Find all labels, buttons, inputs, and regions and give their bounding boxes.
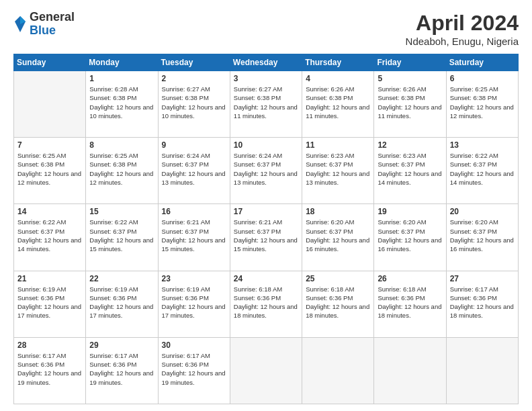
day-info: Sunrise: 6:20 AMSunset: 6:37 PMDaylight:… — [306, 218, 370, 253]
logo-text: General Blue — [30, 11, 75, 38]
calendar-cell: 13Sunrise: 6:22 AMSunset: 6:37 PMDayligh… — [446, 138, 518, 204]
calendar-table: SundayMondayTuesdayWednesdayThursdayFrid… — [13, 54, 519, 404]
day-info: Sunrise: 6:27 AMSunset: 6:38 PMDaylight:… — [234, 85, 298, 120]
calendar-cell: 22Sunrise: 6:19 AMSunset: 6:36 PMDayligh… — [86, 271, 158, 337]
day-info: Sunrise: 6:26 AMSunset: 6:38 PMDaylight:… — [306, 85, 370, 120]
calendar-week-row: 21Sunrise: 6:19 AMSunset: 6:36 PMDayligh… — [14, 271, 519, 337]
day-number: 24 — [234, 274, 298, 283]
logo-icon — [13, 15, 27, 34]
calendar-cell: 10Sunrise: 6:24 AMSunset: 6:37 PMDayligh… — [230, 138, 302, 204]
day-number: 22 — [89, 274, 154, 283]
day-info: Sunrise: 6:21 AMSunset: 6:37 PMDaylight:… — [234, 218, 298, 253]
day-number: 9 — [162, 140, 226, 150]
day-info: Sunrise: 6:23 AMSunset: 6:37 PMDaylight:… — [378, 151, 442, 187]
day-number: 3 — [234, 74, 298, 83]
day-info: Sunrise: 6:25 AMSunset: 6:38 PMDaylight:… — [450, 85, 515, 120]
calendar-cell — [230, 337, 302, 404]
day-info: Sunrise: 6:26 AMSunset: 6:38 PMDaylight:… — [378, 85, 442, 120]
calendar-cell: 17Sunrise: 6:21 AMSunset: 6:37 PMDayligh… — [230, 204, 302, 271]
day-info: Sunrise: 6:25 AMSunset: 6:38 PMDaylight:… — [89, 151, 154, 187]
day-number: 18 — [306, 207, 370, 216]
calendar-cell: 16Sunrise: 6:21 AMSunset: 6:37 PMDayligh… — [158, 204, 230, 271]
calendar-cell: 8Sunrise: 6:25 AMSunset: 6:38 PMDaylight… — [86, 138, 158, 204]
calendar-cell: 26Sunrise: 6:18 AMSunset: 6:36 PMDayligh… — [374, 271, 446, 337]
calendar-cell: 1Sunrise: 6:28 AMSunset: 6:38 PMDaylight… — [86, 71, 158, 138]
header: General Blue April 2024 Ndeaboh, Enugu, … — [13, 11, 519, 47]
calendar-cell — [14, 71, 86, 138]
calendar-cell: 6Sunrise: 6:25 AMSunset: 6:38 PMDaylight… — [446, 71, 518, 138]
day-info: Sunrise: 6:23 AMSunset: 6:37 PMDaylight:… — [306, 151, 370, 187]
calendar-cell: 14Sunrise: 6:22 AMSunset: 6:37 PMDayligh… — [14, 204, 86, 271]
day-info: Sunrise: 6:25 AMSunset: 6:38 PMDaylight:… — [17, 151, 82, 187]
day-info: Sunrise: 6:19 AMSunset: 6:36 PMDaylight:… — [89, 285, 154, 320]
day-number: 8 — [89, 140, 154, 150]
calendar-cell: 12Sunrise: 6:23 AMSunset: 6:37 PMDayligh… — [374, 138, 446, 204]
location: Ndeaboh, Enugu, Nigeria — [406, 36, 519, 47]
day-number: 14 — [17, 207, 82, 216]
calendar-cell: 19Sunrise: 6:20 AMSunset: 6:37 PMDayligh… — [374, 204, 446, 271]
day-number: 2 — [162, 74, 226, 83]
day-number: 26 — [378, 274, 442, 283]
calendar-week-row: 7Sunrise: 6:25 AMSunset: 6:38 PMDaylight… — [14, 138, 519, 204]
calendar-week-row: 14Sunrise: 6:22 AMSunset: 6:37 PMDayligh… — [14, 204, 519, 271]
day-number: 17 — [234, 207, 298, 216]
calendar-cell: 28Sunrise: 6:17 AMSunset: 6:36 PMDayligh… — [14, 337, 86, 404]
day-info: Sunrise: 6:18 AMSunset: 6:36 PMDaylight:… — [378, 285, 442, 320]
calendar-cell: 29Sunrise: 6:17 AMSunset: 6:36 PMDayligh… — [86, 337, 158, 404]
day-info: Sunrise: 6:22 AMSunset: 6:37 PMDaylight:… — [450, 151, 515, 187]
calendar-cell: 27Sunrise: 6:17 AMSunset: 6:36 PMDayligh… — [446, 271, 518, 337]
day-info: Sunrise: 6:19 AMSunset: 6:36 PMDaylight:… — [162, 285, 226, 320]
day-number: 30 — [162, 340, 226, 350]
calendar-cell — [302, 337, 374, 404]
calendar-header-friday: Friday — [374, 54, 446, 71]
day-info: Sunrise: 6:20 AMSunset: 6:37 PMDaylight:… — [450, 218, 515, 253]
calendar-cell: 7Sunrise: 6:25 AMSunset: 6:38 PMDaylight… — [14, 138, 86, 204]
day-number: 27 — [450, 274, 515, 283]
day-info: Sunrise: 6:28 AMSunset: 6:38 PMDaylight:… — [89, 85, 154, 120]
day-number: 6 — [450, 74, 515, 83]
calendar-cell: 15Sunrise: 6:22 AMSunset: 6:37 PMDayligh… — [86, 204, 158, 271]
day-number: 21 — [17, 274, 82, 283]
calendar-cell: 2Sunrise: 6:27 AMSunset: 6:38 PMDaylight… — [158, 71, 230, 138]
day-number: 28 — [17, 340, 82, 350]
logo: General Blue — [13, 11, 75, 38]
calendar-header-row: SundayMondayTuesdayWednesdayThursdayFrid… — [14, 54, 519, 71]
day-number: 5 — [378, 74, 442, 83]
day-info: Sunrise: 6:21 AMSunset: 6:37 PMDaylight:… — [162, 218, 226, 253]
day-info: Sunrise: 6:17 AMSunset: 6:36 PMDaylight:… — [450, 285, 515, 320]
day-info: Sunrise: 6:19 AMSunset: 6:36 PMDaylight:… — [17, 285, 82, 320]
day-info: Sunrise: 6:18 AMSunset: 6:36 PMDaylight:… — [234, 285, 298, 320]
day-info: Sunrise: 6:17 AMSunset: 6:36 PMDaylight:… — [17, 351, 82, 387]
day-info: Sunrise: 6:24 AMSunset: 6:37 PMDaylight:… — [162, 151, 226, 187]
day-info: Sunrise: 6:17 AMSunset: 6:36 PMDaylight:… — [89, 351, 154, 387]
title-area: April 2024 Ndeaboh, Enugu, Nigeria — [406, 11, 519, 47]
calendar-cell: 21Sunrise: 6:19 AMSunset: 6:36 PMDayligh… — [14, 271, 86, 337]
day-info: Sunrise: 6:24 AMSunset: 6:37 PMDaylight:… — [234, 151, 298, 187]
calendar-cell: 5Sunrise: 6:26 AMSunset: 6:38 PMDaylight… — [374, 71, 446, 138]
day-number: 10 — [234, 140, 298, 150]
calendar-header-thursday: Thursday — [302, 54, 374, 71]
day-number: 7 — [17, 140, 82, 150]
day-number: 12 — [378, 140, 442, 150]
day-info: Sunrise: 6:27 AMSunset: 6:38 PMDaylight:… — [162, 85, 226, 120]
day-info: Sunrise: 6:22 AMSunset: 6:37 PMDaylight:… — [17, 218, 82, 253]
day-number: 25 — [306, 274, 370, 283]
calendar-cell: 30Sunrise: 6:17 AMSunset: 6:36 PMDayligh… — [158, 337, 230, 404]
day-info: Sunrise: 6:20 AMSunset: 6:37 PMDaylight:… — [378, 218, 442, 253]
page: General Blue April 2024 Ndeaboh, Enugu, … — [0, 0, 532, 411]
day-info: Sunrise: 6:17 AMSunset: 6:36 PMDaylight:… — [162, 351, 226, 387]
day-number: 19 — [378, 207, 442, 216]
day-number: 16 — [162, 207, 226, 216]
day-number: 23 — [162, 274, 226, 283]
calendar-cell: 23Sunrise: 6:19 AMSunset: 6:36 PMDayligh… — [158, 271, 230, 337]
day-number: 20 — [450, 207, 515, 216]
calendar-cell: 25Sunrise: 6:18 AMSunset: 6:36 PMDayligh… — [302, 271, 374, 337]
calendar-cell: 3Sunrise: 6:27 AMSunset: 6:38 PMDaylight… — [230, 71, 302, 138]
calendar-cell: 24Sunrise: 6:18 AMSunset: 6:36 PMDayligh… — [230, 271, 302, 337]
month-title: April 2024 — [406, 11, 519, 36]
calendar-cell: 11Sunrise: 6:23 AMSunset: 6:37 PMDayligh… — [302, 138, 374, 204]
calendar-cell: 20Sunrise: 6:20 AMSunset: 6:37 PMDayligh… — [446, 204, 518, 271]
day-number: 15 — [89, 207, 154, 216]
calendar-header-wednesday: Wednesday — [230, 54, 302, 71]
calendar-cell — [374, 337, 446, 404]
